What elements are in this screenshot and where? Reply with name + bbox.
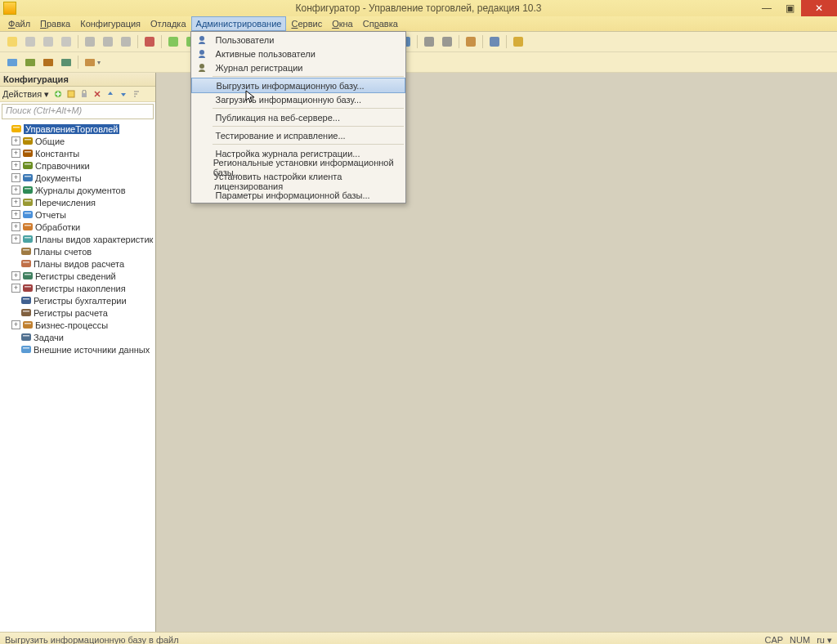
toolbar-button[interactable] [141, 34, 158, 50]
menu-item[interactable]: Установить настройки клиента лицензирова… [191, 174, 405, 188]
tree-node[interactable]: +Регистры накопления [0, 282, 155, 294]
tree-node[interactable]: Внешние источники данных [0, 343, 155, 356]
tree-node[interactable]: +Обработки [0, 221, 155, 233]
expand-icon[interactable]: + [11, 271, 20, 280]
menu-service[interactable]: Сервис [286, 16, 327, 31]
expand-icon[interactable]: + [11, 149, 20, 158]
toolbar-button[interactable] [463, 34, 479, 50]
menu-windows[interactable]: Окна [327, 16, 358, 31]
tree-node[interactable]: +Документы [0, 172, 155, 184]
tree-node-label: УправлениеТорговлей [24, 124, 119, 134]
expand-icon[interactable] [11, 309, 19, 316]
expand-icon[interactable]: + [11, 186, 20, 195]
status-lang[interactable]: ru ▾ [817, 635, 832, 645]
menu-help[interactable]: Справка [358, 16, 403, 31]
menu-admin[interactable]: Администрирование [191, 16, 287, 31]
toolbar-button[interactable] [486, 34, 503, 50]
minimize-button[interactable]: — [755, 0, 778, 16]
toolbar-button[interactable] [82, 54, 98, 70]
expand-icon[interactable] [11, 346, 19, 353]
svg-rect-69 [21, 346, 31, 353]
toolbar-button[interactable] [22, 54, 38, 70]
toolbar-button[interactable] [100, 34, 116, 50]
expand-icon[interactable]: + [11, 210, 20, 219]
tree-node[interactable]: +Общие [0, 135, 155, 147]
tree-node[interactable]: +Планы видов характеристик [0, 233, 155, 245]
lock-icon[interactable] [78, 88, 90, 100]
toolbar-button[interactable] [4, 34, 20, 50]
add2-icon[interactable] [65, 88, 77, 100]
svg-rect-21 [442, 37, 452, 47]
svg-rect-52 [25, 237, 31, 239]
tree-node[interactable]: +Справочники [0, 159, 155, 172]
svg-rect-3 [61, 37, 71, 47]
delete-icon[interactable] [92, 88, 103, 100]
menu-edit[interactable]: Правка [35, 16, 75, 31]
svg-rect-41 [23, 174, 33, 181]
expand-icon[interactable] [11, 248, 19, 255]
expand-icon[interactable] [2, 125, 9, 132]
acct-icon [20, 247, 32, 257]
expand-icon[interactable]: + [11, 198, 20, 207]
svg-rect-4 [85, 37, 95, 47]
menu-item[interactable]: Активные пользователи [191, 47, 405, 60]
enum-icon [22, 198, 34, 208]
tree-node-label: Планы видов характеристик [35, 235, 153, 244]
tree-node[interactable]: Планы счетов [0, 245, 155, 257]
expand-icon[interactable]: + [11, 284, 20, 293]
expand-icon[interactable] [11, 260, 19, 267]
add-icon[interactable] [52, 88, 64, 100]
svg-rect-70 [23, 347, 29, 349]
toolbar-button[interactable] [421, 34, 437, 50]
toolbar-button[interactable] [165, 34, 181, 50]
actions-menu[interactable]: Действия ▾ [2, 89, 49, 100]
menu-item[interactable]: Выгрузить информационную базу... [191, 78, 405, 93]
menu-config[interactable]: Конфигурация [75, 16, 145, 31]
menu-item[interactable]: Загрузить информационную базу... [191, 92, 405, 106]
toolbar-button[interactable] [58, 54, 74, 70]
menu-debug[interactable]: Отладка [145, 16, 190, 31]
tree-node[interactable]: Регистры бухгалтерии [0, 294, 155, 306]
tree-node[interactable]: УправлениеТорговлей [0, 123, 155, 135]
tree-node[interactable]: +Отчеты [0, 208, 155, 221]
tree-node-label: Журналы документов [35, 186, 126, 195]
toolbar-button[interactable] [58, 34, 74, 50]
up-icon[interactable] [105, 88, 116, 100]
tree-node[interactable]: Задачи [0, 331, 155, 343]
toolbar-button[interactable] [439, 34, 455, 50]
tree-node[interactable]: +Перечисления [0, 196, 155, 208]
toolbar-button[interactable] [82, 34, 98, 50]
close-button[interactable]: ✕ [801, 0, 837, 16]
expand-icon[interactable] [11, 297, 19, 304]
sort-icon[interactable] [131, 88, 142, 100]
maximize-button[interactable]: ▣ [778, 0, 801, 16]
tree-node[interactable]: Регистры расчета [0, 306, 155, 319]
down-icon[interactable] [118, 88, 129, 100]
expand-icon[interactable]: + [11, 173, 20, 182]
tree-node[interactable]: +Константы [0, 147, 155, 159]
tree-node[interactable]: Планы видов расчета [0, 257, 155, 270]
expand-icon[interactable]: + [11, 161, 20, 170]
toolbar-button[interactable] [40, 34, 56, 50]
toolbar-button[interactable] [510, 34, 526, 50]
menu-item[interactable]: Журнал регистрации [191, 60, 405, 74]
toolbar-button[interactable] [22, 34, 38, 50]
toolbar-button[interactable] [40, 54, 56, 70]
menu-item[interactable]: Пользователи [191, 33, 405, 47]
expand-icon[interactable]: + [11, 235, 20, 244]
toolbar-button[interactable] [118, 34, 134, 50]
svg-rect-32 [82, 93, 87, 97]
expand-icon[interactable]: + [11, 136, 20, 145]
tree-node[interactable]: +Регистры сведений [0, 270, 155, 282]
toolbar-button[interactable] [4, 54, 20, 70]
expand-icon[interactable]: + [11, 222, 20, 231]
menu-item[interactable]: Тестирование и исправление... [191, 128, 405, 142]
expand-icon[interactable] [11, 333, 19, 341]
search-input[interactable]: Поиск (Ctrl+Alt+M) [2, 104, 154, 119]
tree-node[interactable]: +Журналы документов [0, 184, 155, 196]
menu-item[interactable]: Публикация на веб-сервере... [191, 110, 405, 124]
panel-title: Конфигурация [0, 73, 155, 87]
expand-icon[interactable]: + [11, 320, 20, 329]
tree-node[interactable]: +Бизнес-процессы [0, 319, 155, 331]
menu-file[interactable]: Файл [3, 16, 35, 31]
